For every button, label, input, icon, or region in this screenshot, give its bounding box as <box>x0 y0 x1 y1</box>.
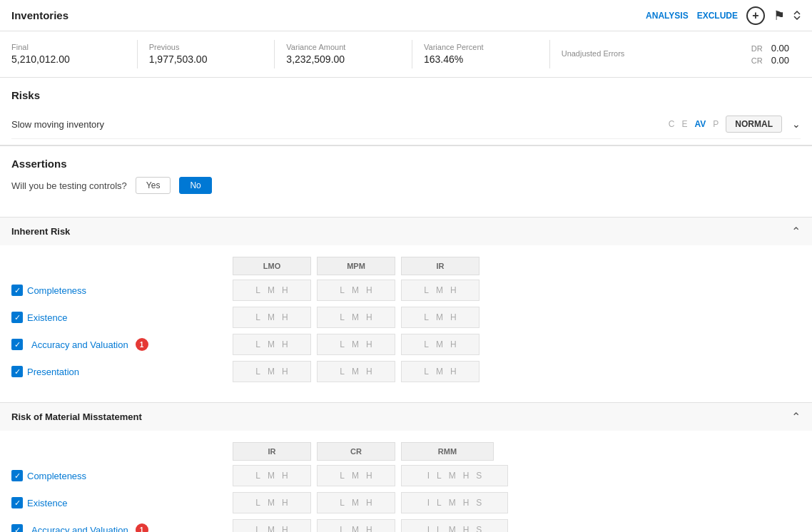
accuracy-label[interactable]: Accuracy and Valuation <box>31 339 128 350</box>
lmh-h[interactable]: H <box>365 339 374 350</box>
lmh-l[interactable]: L <box>254 470 262 481</box>
lmh-h[interactable]: H <box>280 339 290 350</box>
lmh-l[interactable]: L <box>338 524 346 532</box>
lmh-l[interactable]: L <box>422 285 430 296</box>
lmh-l[interactable]: L <box>435 470 443 481</box>
lmh-h[interactable]: H <box>280 497 290 508</box>
lmh-s[interactable]: S <box>474 497 483 508</box>
analysis-link[interactable]: ANALYSIS <box>646 11 689 21</box>
lmh-h[interactable]: H <box>449 285 458 296</box>
lmh-m[interactable]: M <box>350 470 360 481</box>
risk-name: Slow moving inventory <box>11 119 104 130</box>
lmh-l[interactable]: L <box>435 524 443 532</box>
lmh-h[interactable]: H <box>462 470 471 481</box>
lmh-m[interactable]: M <box>447 497 457 508</box>
lmh-s[interactable]: S <box>474 470 483 481</box>
lmh-l[interactable]: L <box>254 312 262 323</box>
lmh-h[interactable]: H <box>365 470 374 481</box>
lmh-h[interactable]: H <box>280 524 290 532</box>
flag-icon[interactable]: ⚑ <box>773 8 785 24</box>
lmh-l[interactable]: L <box>338 339 346 350</box>
lmh-l[interactable]: L <box>338 285 346 296</box>
lmh-i[interactable]: I <box>426 470 431 481</box>
lmh-m[interactable]: M <box>350 524 360 532</box>
nav-chevrons[interactable] <box>793 11 801 20</box>
lmh-l[interactable]: L <box>254 339 262 350</box>
inherent-risk-collapse-icon[interactable]: ⌃ <box>791 225 801 238</box>
lmh-m[interactable]: M <box>447 524 457 532</box>
lmh-l[interactable]: L <box>338 497 346 508</box>
lmh-m[interactable]: M <box>435 312 445 323</box>
lmh-h[interactable]: H <box>280 285 290 296</box>
lmh-m[interactable]: M <box>266 366 276 377</box>
completeness-checkbox[interactable]: ✓ <box>11 285 23 296</box>
risk-badge-c: C <box>669 119 675 129</box>
lmh-m[interactable]: M <box>350 339 360 350</box>
presentation-checkbox[interactable]: ✓ <box>11 366 23 377</box>
inherent-risk-block: Inherent Risk ⌃ LMO MPM IR ✓ Completenes… <box>0 217 812 402</box>
lmh-m[interactable]: M <box>266 470 276 481</box>
lmh-l[interactable]: L <box>254 524 262 532</box>
lmh-l[interactable]: L <box>254 285 262 296</box>
lmh-l[interactable]: L <box>254 497 262 508</box>
lmh-l[interactable]: L <box>338 470 346 481</box>
accuracy-checkbox[interactable]: ✓ <box>11 339 23 350</box>
lmh-l[interactable]: L <box>338 312 346 323</box>
lmh-l[interactable]: L <box>422 339 430 350</box>
lmh-h[interactable]: H <box>365 497 374 508</box>
lmh-m[interactable]: M <box>350 285 360 296</box>
yes-button[interactable]: Yes <box>136 177 171 194</box>
lmh-m[interactable]: M <box>435 339 445 350</box>
lmh-h[interactable]: H <box>462 524 471 532</box>
lmh-h[interactable]: H <box>449 339 458 350</box>
rmm-completeness-label[interactable]: Completeness <box>27 471 86 481</box>
exclude-link[interactable]: EXCLUDE <box>697 11 738 21</box>
lmh-m[interactable]: M <box>266 524 276 532</box>
rmm-header[interactable]: Risk of Material Misstatement ⌃ <box>0 402 812 431</box>
lmh-i[interactable]: I <box>426 524 431 532</box>
lmh-m[interactable]: M <box>447 470 457 481</box>
presentation-label[interactable]: Presentation <box>27 367 79 377</box>
lmh-h[interactable]: H <box>449 366 458 377</box>
lmh-h[interactable]: H <box>280 312 290 323</box>
lmh-m[interactable]: M <box>266 285 276 296</box>
risk-chevron-icon[interactable]: ⌄ <box>792 118 801 130</box>
stat-unadjusted: Unadjusted Errors DR 0.00 CR 0.00 <box>550 40 801 68</box>
lmh-m[interactable]: M <box>350 312 360 323</box>
rmm-existence-label[interactable]: Existence <box>27 498 67 508</box>
lmh-h[interactable]: H <box>365 524 374 532</box>
rmm-accuracy-label[interactable]: Accuracy and Valuation <box>31 525 128 533</box>
lmh-l[interactable]: L <box>435 497 443 508</box>
add-button[interactable]: + <box>746 6 765 25</box>
rmm-existence-checkbox[interactable]: ✓ <box>11 497 23 508</box>
inherent-risk-header[interactable]: Inherent Risk ⌃ <box>0 217 812 245</box>
lmh-m[interactable]: M <box>435 285 445 296</box>
rmm-accuracy-checkbox[interactable]: ✓ <box>11 524 23 532</box>
lmh-m[interactable]: M <box>266 312 276 323</box>
lmh-m[interactable]: M <box>350 366 360 377</box>
lmh-s[interactable]: S <box>474 524 483 532</box>
lmh-h[interactable]: H <box>365 312 374 323</box>
lmh-h[interactable]: H <box>280 470 290 481</box>
lmh-m[interactable]: M <box>266 339 276 350</box>
lmh-l[interactable]: L <box>422 312 430 323</box>
lmh-h[interactable]: H <box>365 285 374 296</box>
risk-status-button[interactable]: NORMAL <box>726 116 782 133</box>
no-button[interactable]: No <box>179 177 211 194</box>
completeness-label[interactable]: Completeness <box>27 285 86 296</box>
lmh-l[interactable]: L <box>254 366 262 377</box>
lmh-h[interactable]: H <box>449 312 458 323</box>
lmh-h[interactable]: H <box>462 497 471 508</box>
lmh-m[interactable]: M <box>350 497 360 508</box>
rmm-completeness-checkbox[interactable]: ✓ <box>11 470 23 481</box>
lmh-m[interactable]: M <box>266 497 276 508</box>
lmh-i[interactable]: I <box>426 497 431 508</box>
lmh-m[interactable]: M <box>435 366 445 377</box>
existence-checkbox[interactable]: ✓ <box>11 312 23 323</box>
lmh-h[interactable]: H <box>280 366 290 377</box>
existence-label[interactable]: Existence <box>27 312 67 323</box>
lmh-h[interactable]: H <box>365 366 374 377</box>
lmh-l[interactable]: L <box>422 366 430 377</box>
lmh-l[interactable]: L <box>338 366 346 377</box>
rmm-collapse-icon[interactable]: ⌃ <box>791 410 801 424</box>
